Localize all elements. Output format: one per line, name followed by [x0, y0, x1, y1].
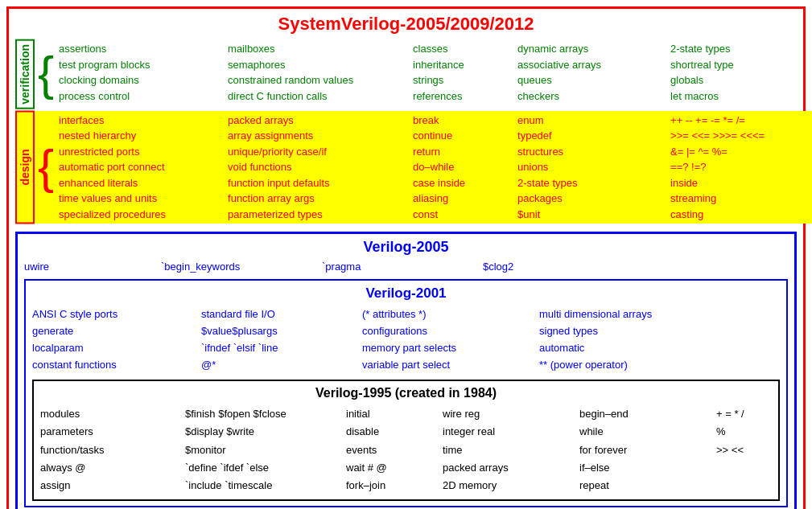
sv-title: SystemVerilog-2005/2009/2012: [15, 14, 797, 35]
verif-col1: assertions test program blocks clocking …: [56, 39, 225, 105]
design-c2-r1: packed arrays: [228, 113, 406, 129]
design-c4-r6: packages: [517, 191, 664, 207]
v2001-c4-r4: ** (power operator): [539, 357, 812, 374]
v1995-c1-r5: assign: [40, 477, 185, 495]
design-c5-r1: ++ -- += -= *= /=: [670, 113, 809, 129]
v1995-c3-r4: wait # @: [346, 459, 443, 477]
v1995-container: Verilog-1995 (created in 1984) modules p…: [32, 380, 780, 500]
verif-c4-r4: checkers: [517, 88, 664, 105]
design-grid: interfaces nested hierarchy unrestricted…: [56, 111, 812, 224]
design-c5-r6: streaming: [670, 191, 809, 207]
v2001-c1-r3: localparam: [32, 340, 201, 357]
verif-c5-r3: globals: [670, 72, 809, 88]
design-col4: enum typedef structures unions 2-state t…: [514, 111, 667, 224]
design-col2: packed arrays array assignments unique/p…: [225, 111, 410, 224]
design-col5: ++ -- += -= *= /= >>= <<= >>>= <<<= &= |…: [667, 111, 812, 224]
verif-c4-r2: associative arrays: [517, 57, 664, 73]
v1995-col5: begin–end while for forever if–else repe…: [579, 405, 716, 494]
design-c3-r3: return: [413, 144, 511, 160]
design-c1-r5: enhanced literals: [59, 175, 221, 191]
v2001-c2-r4: @*: [201, 357, 362, 374]
design-c4-r3: structures: [517, 144, 664, 160]
v2001-c2-r3: `ifndef `elsif `line: [201, 340, 362, 357]
v2001-col1: ANSI C style ports generate localparam c…: [32, 306, 201, 373]
design-c3-r5: case inside: [413, 175, 511, 191]
design-c1-r3: unrestricted ports: [59, 144, 221, 160]
design-c5-r4: ==? !=?: [670, 159, 809, 175]
v1995-c5-r5: repeat: [579, 477, 716, 495]
v2001-col3: (* attributes *) configurations memory p…: [362, 306, 539, 373]
v1995-c5-r4: if–else: [579, 459, 716, 477]
verif-col3: classes inheritance strings references: [410, 39, 514, 105]
design-brace: {: [38, 111, 54, 224]
v1995-c1-r2: parameters: [40, 423, 185, 441]
verif-c3-r4: references: [413, 88, 511, 105]
design-col3: break continue return do–while case insi…: [410, 111, 514, 224]
design-c4-r5: 2-state types: [517, 175, 664, 191]
v2005-item4: $clog2: [483, 261, 644, 273]
verif-grid: assertions test program blocks clocking …: [56, 39, 812, 109]
v1995-c1-r3: function/tasks: [40, 441, 185, 459]
design-c2-r7: parameterized types: [228, 207, 406, 223]
design-c3-r6: aliasing: [413, 191, 511, 207]
v2001-col2: standard file I/O $value$plusargs `ifnde…: [201, 306, 362, 373]
design-c3-r7: const: [413, 207, 511, 223]
verif-c5-r4: let macros: [670, 88, 809, 105]
verif-c2-r2: semaphores: [228, 57, 406, 73]
v1995-c5-r3: for forever: [579, 441, 716, 459]
v2001-c3-r2: configurations: [362, 323, 539, 340]
design-c5-r7: casting: [670, 207, 809, 223]
design-c3-r2: continue: [413, 128, 511, 144]
verif-c3-r1: classes: [413, 41, 511, 57]
verif-c1-r2: test program blocks: [59, 57, 221, 73]
v1995-c2-r2: $display $write: [185, 423, 346, 441]
v2001-grid: ANSI C style ports generate localparam c…: [32, 306, 780, 373]
verification-label: verification: [15, 39, 35, 109]
v1995-title: Verilog-1995 (created in 1984): [40, 386, 772, 400]
design-brace-area: { interfaces nested hierarchy unrestrict…: [38, 111, 812, 224]
design-c4-r1: enum: [517, 113, 664, 129]
v1995-c4-r1: wire reg: [443, 405, 579, 423]
verif-col4: dynamic arrays associative arrays queues…: [514, 39, 667, 105]
v2005-item1: uwire: [24, 261, 161, 273]
v1995-col4: wire reg integer real time packed arrays…: [443, 405, 579, 494]
verif-c1-r3: clocking domains: [59, 72, 221, 88]
v2001-c4-r1: multi dimensional arrays: [539, 306, 812, 323]
v1995-c5-r1: begin–end: [579, 405, 716, 423]
design-c1-r7: specialized procedures: [59, 207, 221, 223]
v1995-c3-r5: fork–join: [346, 477, 443, 495]
v2001-c3-r3: memory part selects: [362, 340, 539, 357]
v1995-c1-r4: always @: [40, 459, 185, 477]
v2001-c4-r2: signed types: [539, 323, 812, 340]
design-label: design: [15, 111, 35, 224]
v2001-c4-r3: automatic: [539, 340, 812, 357]
v1995-c3-r1: initial: [346, 405, 443, 423]
design-c1-r4: automatic port connect: [59, 159, 221, 175]
v1995-c2-r3: $monitor: [185, 441, 346, 459]
verif-c3-r2: inheritance: [413, 57, 511, 73]
v2001-c2-r2: $value$plusargs: [201, 323, 362, 340]
design-c4-r2: typedef: [517, 128, 664, 144]
verif-brace: {: [38, 39, 54, 109]
design-c5-r2: >>= <<= >>>= <<<=: [670, 128, 809, 144]
v1995-c4-r3: time: [443, 441, 579, 459]
v2001-c3-r4: variable part select: [362, 357, 539, 374]
design-c1-r1: interfaces: [59, 113, 221, 129]
v2005-item2: `begin_keywords: [161, 261, 322, 273]
v1995-c4-r2: integer real: [443, 423, 579, 441]
verif-col2: mailboxes semaphores constrained random …: [225, 39, 410, 105]
verif-c4-r3: queues: [517, 72, 664, 88]
v1995-c1-r1: modules: [40, 405, 185, 423]
design-section: design { interfaces nested hierarchy unr…: [15, 111, 797, 224]
design-c3-r4: do–while: [413, 159, 511, 175]
v1995-c4-r4: packed arrays: [443, 459, 579, 477]
v2005-container: Verilog-2005 uwire `begin_keywords `prag…: [15, 232, 797, 509]
verif-c5-r2: shortreal type: [670, 57, 809, 73]
v1995-c3-r2: disable: [346, 423, 443, 441]
verif-c4-r1: dynamic arrays: [517, 41, 664, 57]
verif-c2-r3: constrained random values: [228, 72, 406, 88]
v1995-grid: modules parameters function/tasks always…: [40, 405, 772, 494]
v1995-c3-r3: events: [346, 441, 443, 459]
design-c2-r4: void functions: [228, 159, 406, 175]
v2001-col4: multi dimensional arrays signed types au…: [539, 306, 812, 373]
